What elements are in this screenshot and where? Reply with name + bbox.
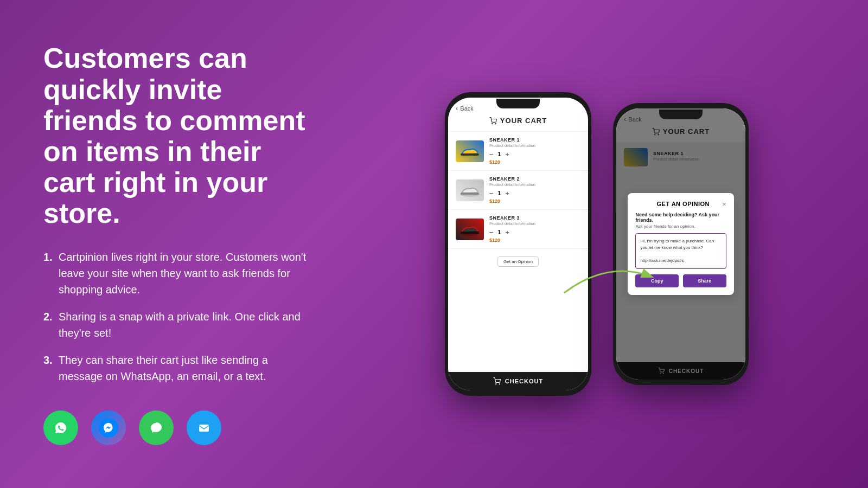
feature-item-1: Cartpinion lives right in your store. Cu… — [43, 249, 315, 298]
phone-1: ‹ Back YOUR CART — [445, 92, 591, 396]
left-panel: Customers can quickly invite friends to … — [0, 10, 347, 477]
cart-item-3: SNEAKER 3 Product detail information − 1… — [448, 210, 588, 249]
feature-item-2: Sharing is a snap with a private link. O… — [43, 309, 315, 341]
qty-plus-1[interactable]: + — [505, 151, 509, 158]
sneaker-img-1 — [456, 140, 484, 162]
svg-point-5 — [492, 123, 493, 124]
cart-item-2: SNEAKER 2 Product detail information − 1… — [448, 171, 588, 210]
phone-2-notch — [659, 110, 703, 119]
item-name-3: SNEAKER 3 — [489, 215, 580, 221]
svg-point-13 — [495, 384, 496, 384]
modal-desc: Ask your friends for an opinion. — [635, 224, 726, 229]
qty-plus-2[interactable]: + — [505, 190, 509, 197]
modal-close-button[interactable]: × — [722, 201, 726, 208]
qty-control-2: − 1 + — [489, 190, 580, 197]
item-price-3: $120 — [489, 237, 580, 243]
checkout-label-1: CHECKOUT — [505, 378, 543, 384]
cart-title-1: YOUR CART — [456, 114, 580, 127]
svg-rect-12 — [461, 232, 479, 234]
qty-num-3: 1 — [498, 229, 501, 235]
phone-2: ‹ Back YOUR CART S — [613, 103, 749, 385]
qty-minus-3[interactable]: − — [489, 229, 494, 236]
whatsapp-icon — [43, 410, 78, 445]
get-opinion-button-1[interactable]: Get an Opinion — [497, 256, 539, 267]
svg-point-6 — [495, 123, 496, 124]
svg-point-1 — [99, 418, 118, 438]
svg-rect-8 — [461, 153, 479, 156]
modal-header: GET AN OPINION × — [635, 201, 726, 208]
messenger-icon — [91, 410, 126, 445]
get-opinion-area: Get an Opinion — [448, 249, 588, 274]
main-heading: Customers can quickly invite friends to … — [43, 43, 315, 229]
imessage-icon — [139, 410, 174, 445]
share-button[interactable]: Share — [683, 274, 726, 287]
modal-overlay: GET AN OPINION × Need some help deciding… — [616, 108, 745, 380]
item-info-1: SNEAKER 1 Product detail information − 1… — [489, 137, 580, 165]
cart-ui-1: ‹ Back YOUR CART — [448, 98, 588, 390]
svg-rect-4 — [199, 425, 209, 432]
feature-item-3: They can share their cart just like send… — [43, 352, 315, 384]
sneaker-img-2 — [456, 179, 484, 201]
cart-title-text-1: YOUR CART — [500, 117, 547, 125]
item-info-3: SNEAKER 3 Product detail information − 1… — [489, 215, 580, 243]
phone-1-screen: ‹ Back YOUR CART — [448, 98, 588, 390]
qty-plus-3[interactable]: + — [505, 229, 509, 236]
qty-minus-2[interactable]: − — [489, 190, 494, 197]
back-label-1: Back — [460, 105, 473, 112]
svg-point-14 — [499, 384, 500, 384]
modal-message-box: Hi, I'm trying to make a purchase. Can y… — [635, 233, 726, 269]
item-desc-2: Product detail information — [489, 182, 580, 187]
phones-panel: ‹ Back YOUR CART — [347, 92, 868, 396]
feature-list: Cartpinion lives right in your store. Cu… — [43, 249, 315, 384]
item-info-2: SNEAKER 2 Product detail information − 1… — [489, 176, 580, 204]
phone-2-screen: ‹ Back YOUR CART S — [616, 108, 745, 380]
modal-subtitle: Need some help deciding? Ask your friend… — [635, 212, 726, 223]
copy-button[interactable]: Copy — [635, 274, 679, 287]
modal-title: GET AN OPINION — [644, 201, 722, 207]
phone-1-notch — [496, 99, 540, 108]
cart-item-1: SNEAKER 1 Product detail information − 1… — [448, 132, 588, 171]
item-price-1: $120 — [489, 159, 580, 165]
email-icon — [187, 410, 221, 445]
item-name-1: SNEAKER 1 — [489, 137, 580, 143]
qty-minus-1[interactable]: − — [489, 151, 494, 158]
cart-footer-1: CHECKOUT — [448, 372, 588, 390]
cart-items-1: SNEAKER 1 Product detail information − 1… — [448, 132, 588, 372]
qty-control-3: − 1 + — [489, 229, 580, 236]
item-desc-3: Product detail information — [489, 221, 580, 226]
modal-message-text: Hi, I'm trying to make a purchase. Can y… — [640, 239, 714, 263]
back-arrow-1: ‹ — [456, 104, 458, 112]
svg-rect-10 — [461, 192, 479, 195]
qty-control-1: − 1 + — [489, 151, 580, 158]
qty-num-1: 1 — [498, 151, 501, 157]
item-desc-1: Product detail information — [489, 143, 580, 148]
modal-box: GET AN OPINION × Need some help deciding… — [628, 193, 733, 295]
sneaker-img-3 — [456, 219, 484, 240]
modal-actions: Copy Share — [635, 274, 726, 287]
social-icons — [43, 410, 315, 445]
item-name-2: SNEAKER 2 — [489, 176, 580, 182]
item-price-2: $120 — [489, 198, 580, 204]
qty-num-2: 1 — [498, 190, 501, 196]
